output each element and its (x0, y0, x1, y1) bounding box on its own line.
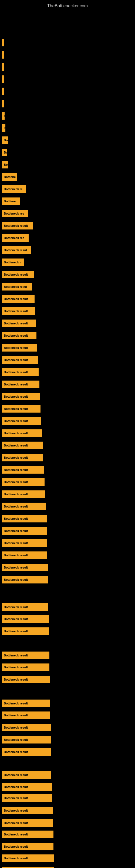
bar-label: Bottleneck result (4, 702, 28, 705)
bar-row: Bottleneck result (0, 601, 135, 613)
bar-label: Bottleneck result (4, 358, 28, 362)
bar-row: Bottlenec (0, 195, 135, 207)
bottleneck-bar: Bottleneck result (2, 319, 36, 327)
bar-row: Bottleneck result (0, 464, 135, 476)
bottleneck-bar: Bottleneck result (2, 712, 50, 719)
bar-label: Bottleneck result (4, 629, 28, 633)
bottleneck-bar: Bottleneck result (2, 393, 40, 400)
bottleneck-bar: Bottleneck result (2, 368, 39, 376)
bar-label: Bottleneck result (4, 750, 28, 753)
bar-row: Bottleneck result (0, 513, 135, 525)
bar-row: Bottleneck result (0, 852, 135, 864)
bar-row: B (0, 98, 135, 110)
bar-label: Bottleneck result (4, 468, 28, 471)
bottleneck-bar: Bottleneck result (2, 627, 49, 635)
bottleneck-bar: Bottleneck result (2, 603, 48, 611)
bar-label: Bottleneck result (4, 809, 28, 812)
bottleneck-bar: Bottleneck result (2, 417, 41, 425)
bottleneck-bar: Bottleneck resul (2, 283, 32, 290)
bar-row: B (0, 122, 135, 134)
bar-label: Bottleneck result (4, 529, 28, 532)
bar-label: Bottleneck result (4, 383, 28, 386)
bottleneck-bar: Bottleneck result (2, 843, 53, 850)
bottleneck-bar: Bottleneck result (2, 344, 37, 351)
bar-row: Bottleneck resul (0, 281, 135, 293)
bar-label: Bottleneck result (4, 493, 28, 496)
bottleneck-bar: B (2, 63, 4, 71)
bar-row: | (0, 49, 135, 61)
bar-label: Bottleneck result (4, 444, 28, 447)
bar-label: Bottleneck result (4, 833, 28, 836)
bar-row: Bottleneck result (0, 613, 135, 625)
bottleneck-bar: B (2, 124, 5, 132)
bottleneck-bar: Bottleneck result (2, 819, 53, 827)
bottleneck-bar: Bottleneck result (2, 552, 47, 559)
bottleneck-bar: Bottleneck re (2, 185, 26, 193)
bar-label: Bottleneck result (4, 822, 28, 825)
bar-label: Bottleneck result (4, 456, 28, 459)
bar-row: Bottleneck result (0, 828, 135, 840)
bottleneck-bar: Bottleneck result (2, 652, 49, 659)
bottleneck-bar: Bottleneck result (2, 794, 52, 802)
bar-label: Bot (4, 163, 8, 166)
bar-row: Bottleneck result (0, 781, 135, 793)
bar-row: Bottleneck result (0, 866, 135, 868)
bottleneck-bar: Bottleneck result (2, 539, 47, 547)
bar-label: Bottleneck result (4, 665, 28, 669)
bar-row: Bottleneck result (0, 317, 135, 329)
bar-row: B (0, 61, 135, 73)
bar-label: Bottleneck result (4, 785, 28, 788)
bar-row: Bottleneck result (0, 721, 135, 734)
bottleneck-bar: Bottleneck result (2, 271, 34, 278)
bar-row: Bottleneck result (0, 661, 135, 673)
bottleneck-bar: Bottleneck result (2, 490, 45, 498)
bar-row: Bottleneck result (0, 220, 135, 231)
bar-row: Bottleneck result (0, 769, 135, 781)
bottleneck-bar: Bottleneck result (2, 466, 44, 474)
bar-row: | (0, 86, 135, 97)
bar-row: Bottleneck result (0, 649, 135, 661)
bar-row: Bottleneck result (0, 625, 135, 637)
bar-row: Bottleneck result (0, 817, 135, 829)
bottleneck-bar: Bottleneck result (2, 676, 50, 683)
bottleneck-bar: Bottleneck result (2, 380, 39, 388)
bottleneck-bar: Bottleneck result (2, 807, 53, 814)
bottleneck-bar: Bottleneck result (2, 429, 42, 437)
bar-label: Bottleneck r (4, 261, 21, 264)
bar-row: Bottleneck result (0, 342, 135, 354)
bottleneck-bar: Bottleneck result (2, 454, 43, 461)
bar-label: Bottleneck result (4, 310, 28, 313)
bottleneck-bar: Bot (2, 161, 8, 168)
bottleneck-bar: Bottlenec (2, 197, 20, 205)
bottleneck-bar: | (2, 75, 4, 83)
bar-row: Bottlene (0, 171, 135, 183)
bar-row: Bottleneck result (0, 330, 135, 341)
bar-label: Bottleneck result (4, 726, 28, 729)
bar-row: Bottleneck result (0, 792, 135, 804)
site-title: TheBottlenecker.com (0, 1, 135, 10)
bottleneck-bar: Bottleneck result (2, 307, 35, 315)
bar-row: Bottleneck re (0, 183, 135, 195)
bar-label: Bottleneck result (4, 566, 28, 569)
bar-label: Bottleneck result (4, 224, 28, 227)
bar-label: Bottleneck res (4, 236, 24, 240)
bar-label: Bottleneck result (4, 480, 28, 484)
bar-row: Bo (0, 147, 135, 158)
bar-label: Bottleneck result (4, 541, 28, 545)
bar-row: Bottleneck result (0, 525, 135, 537)
bar-row: Bottleneck r (0, 256, 135, 268)
bottleneck-bar: Bo (2, 149, 7, 156)
bar-label: Bottleneck result (4, 845, 28, 848)
bar-label: Bottleneck result (4, 395, 28, 398)
bar-row: Bottleneck result (0, 415, 135, 427)
bar-label: Bottleneck result (4, 773, 28, 777)
bar-label: Bottlenec (4, 199, 17, 203)
bar-label: Bottleneck result (4, 578, 28, 581)
bar-row: Bottleneck result (0, 476, 135, 488)
bar-row: Bottleneck result (0, 488, 135, 500)
bar-row: Bottleneck result (0, 746, 135, 758)
bottleneck-bar: Bottleneck result (2, 442, 43, 449)
bottleneck-bar: Bottleneck result (2, 478, 45, 486)
bar-row: | (0, 37, 135, 49)
bottleneck-bar: | (2, 51, 4, 59)
